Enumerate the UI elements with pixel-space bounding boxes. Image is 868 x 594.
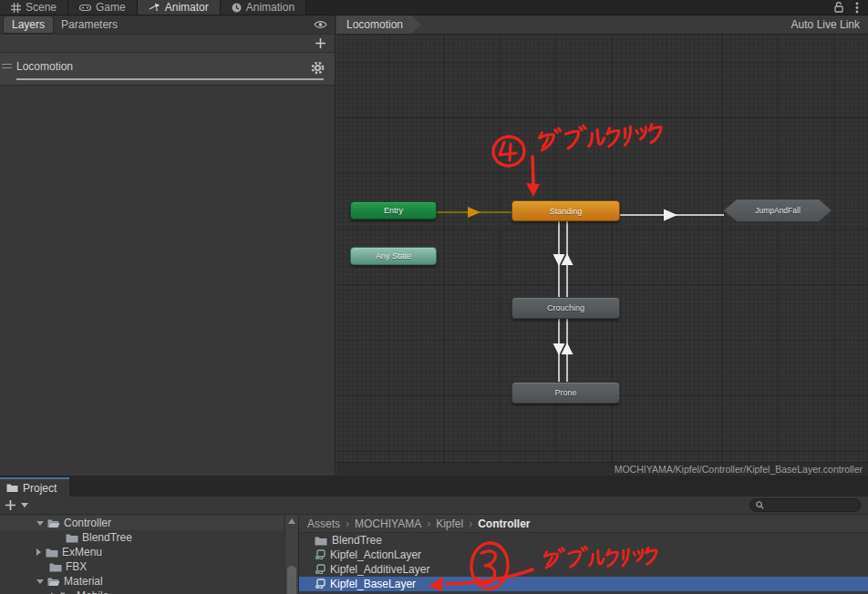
scroll-up-icon[interactable] — [288, 518, 295, 524]
unlock-icon[interactable] — [834, 2, 844, 13]
tab-bar-spacer — [306, 0, 834, 15]
breadcrumb-controller[interactable]: Controller — [478, 517, 530, 530]
create-asset-plus-icon[interactable] — [5, 499, 16, 511]
layers-add-row — [0, 35, 335, 53]
breadcrumb-assets[interactable]: Assets — [307, 517, 340, 530]
tree-label: ExMenu — [62, 546, 102, 558]
tree-item-mobile[interactable]: Mobile — [0, 589, 284, 594]
state-machine-canvas[interactable]: Entry Any State Standing JumpAndFall Cro… — [336, 35, 868, 462]
tab-animator[interactable]: Animator — [138, 0, 221, 15]
animator-controller-icon — [315, 579, 326, 589]
tree-label: BlendTree — [82, 531, 132, 544]
state-node-jumpandfall[interactable]: JumpAndFall — [724, 200, 832, 221]
tab-layers[interactable]: Layers — [4, 16, 53, 33]
project-search-box[interactable] — [749, 498, 861, 512]
graph-breadcrumb-bar: Locomotion Auto Live Link — [336, 15, 868, 35]
clock-icon — [232, 3, 242, 13]
drag-handle-icon[interactable] — [2, 64, 12, 71]
search-icon — [756, 501, 764, 509]
window-tab-bar: Scene Game Animator Animation — [0, 0, 868, 15]
grid-icon — [11, 3, 21, 13]
tree-label: Material — [64, 575, 103, 588]
folder-open-icon — [47, 577, 60, 587]
transition-standing-crouching[interactable] — [553, 221, 574, 297]
tab-animation-label: Animation — [246, 1, 294, 14]
gamepad-icon — [79, 4, 91, 12]
kebab-menu-icon[interactable] — [855, 2, 859, 14]
file-label: BlendTree — [332, 534, 382, 547]
state-label: Entry — [384, 206, 403, 215]
controller-path-statusbar: MOCHIYAMA/Kipfel/Controller/Kipfel_BaseL… — [336, 462, 868, 476]
breadcrumb-separator: › — [427, 517, 430, 530]
state-node-standing[interactable]: Standing — [512, 200, 620, 221]
file-label: Kipfel_ActionLayer — [330, 548, 421, 561]
state-label: Prone — [554, 388, 576, 397]
tree-label: FBX — [66, 560, 87, 573]
state-label: Standing — [550, 207, 583, 216]
scrollbar-thumb[interactable] — [287, 566, 296, 594]
state-node-entry[interactable]: Entry — [350, 201, 437, 220]
file-row-kipfel-baselayer[interactable]: Kipfel_BaseLayer — [299, 577, 868, 591]
tree-item-controller[interactable]: Controller — [0, 516, 284, 530]
layers-parameters-tabs: Layers Parameters — [0, 15, 335, 35]
transition-crouching-prone[interactable] — [553, 319, 574, 382]
folder-icon — [60, 591, 73, 594]
project-files-pane: Assets › MOCHIYAMA › Kipfel › Controller… — [299, 515, 868, 594]
tree-label: Mobile — [77, 589, 108, 594]
project-folder-tree: Controller BlendTree ExMenu FBX — [0, 515, 299, 594]
animator-layers-panel: Layers Parameters Locomotion — [0, 15, 336, 476]
folder-open-icon — [47, 518, 60, 528]
create-asset-dropdown-icon[interactable] — [21, 503, 28, 507]
project-toolbar — [0, 497, 868, 515]
tab-parameters[interactable]: Parameters — [53, 16, 126, 33]
file-row-blendtree[interactable]: BlendTree — [299, 533, 868, 548]
file-row-kipfel-additivelayer[interactable]: Kipfel_AdditiveLayer — [299, 562, 868, 577]
state-node-prone[interactable]: Prone — [512, 382, 620, 404]
gear-icon[interactable] — [311, 61, 325, 75]
state-label: JumpAndFall — [755, 206, 801, 215]
tree-item-material[interactable]: Material — [0, 574, 284, 589]
add-layer-icon[interactable] — [315, 37, 326, 49]
tab-animator-label: Animator — [165, 1, 209, 14]
folder-icon — [49, 562, 62, 572]
tree-item-fbx[interactable]: FBX — [0, 559, 284, 574]
tab-scene[interactable]: Scene — [0, 0, 68, 15]
search-input[interactable] — [768, 500, 854, 510]
expander-collapsed-icon[interactable] — [36, 548, 41, 556]
tree-item-blendtree[interactable]: BlendTree — [0, 530, 284, 545]
state-label: Any State — [376, 251, 411, 261]
tab-game-label: Game — [96, 1, 126, 14]
project-breadcrumb: Assets › MOCHIYAMA › Kipfel › Controller — [299, 515, 868, 533]
folder-icon — [6, 483, 18, 493]
project-tab-strip: Project — [0, 476, 868, 497]
transition-entry-standing[interactable] — [437, 207, 512, 218]
state-label: Crouching — [547, 303, 584, 312]
tab-project[interactable]: Project — [0, 477, 69, 497]
tree-item-exmenu[interactable]: ExMenu — [0, 545, 284, 559]
controller-path: MOCHIYAMA/Kipfel/Controller/Kipfel_BaseL… — [615, 464, 863, 475]
transition-standing-jumpandfall[interactable] — [620, 210, 724, 221]
folder-icon — [315, 536, 327, 546]
layer-name: Locomotion — [16, 60, 73, 73]
tree-scrollbar[interactable] — [284, 515, 298, 594]
tab-project-label: Project — [23, 482, 57, 495]
tab-animation[interactable]: Animation — [221, 0, 306, 15]
state-node-any-state[interactable]: Any State — [350, 247, 437, 265]
breadcrumb-mochiyama[interactable]: MOCHIYAMA — [355, 517, 421, 530]
auto-live-link-button[interactable]: Auto Live Link — [791, 18, 868, 31]
animator-icon — [149, 3, 160, 12]
breadcrumb-kipfel[interactable]: Kipfel — [436, 517, 463, 530]
tab-game[interactable]: Game — [68, 0, 138, 15]
file-label: Kipfel_AdditiveLayer — [330, 563, 429, 576]
layer-weight-bar — [16, 78, 324, 80]
expander-expanded-icon[interactable] — [36, 521, 44, 526]
unity-editor-window: Scene Game Animator Animation Layers Par… — [0, 0, 868, 594]
layer-item-locomotion[interactable]: Locomotion — [0, 53, 335, 86]
file-row-kipfel-actionlayer[interactable]: Kipfel_ActionLayer — [299, 548, 868, 562]
expander-expanded-icon[interactable] — [36, 579, 44, 584]
breadcrumb-locomotion[interactable]: Locomotion — [336, 15, 421, 34]
tree-label: Controller — [64, 517, 111, 529]
state-node-crouching[interactable]: Crouching — [512, 297, 620, 319]
eye-icon[interactable] — [314, 20, 327, 29]
project-body: Controller BlendTree ExMenu FBX — [0, 515, 868, 594]
